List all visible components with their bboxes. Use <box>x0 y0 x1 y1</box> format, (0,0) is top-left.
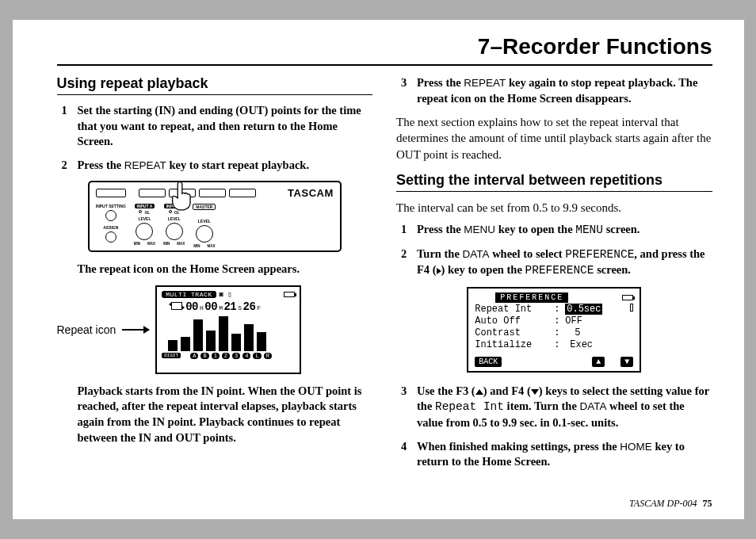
footer-model: TASCAM DP-004 <box>629 498 697 509</box>
key-label: DATA <box>579 400 606 412</box>
channel-chip: A <box>190 353 198 359</box>
after-lcd-note: Playback starts from the IN point. When … <box>57 384 373 445</box>
step-2: 2 Press the REPEAT key to start repeat p… <box>57 158 373 174</box>
text-fragment: wheel to select <box>490 247 566 260</box>
pref-key: Auto Off <box>475 315 554 327</box>
text-fragment: Turn the <box>417 247 462 260</box>
channel-chip: 3 <box>232 353 240 359</box>
screen-name: MENU <box>575 224 603 236</box>
brand-label: TASCAM <box>288 187 334 199</box>
channel-chip: L <box>253 353 261 359</box>
text-fragment: key to start repeat playback. <box>166 159 309 171</box>
intro-text: The interval can be set from 0.5 to 9.9 … <box>396 200 712 216</box>
text-fragment: ) and F4 ( <box>483 384 531 397</box>
unredo-button-icon <box>229 189 256 197</box>
down-icon <box>531 389 539 395</box>
text-fragment: Press the <box>78 159 124 171</box>
repeat-icon-label: Repeat icon <box>57 323 116 336</box>
pref-value: 5 <box>565 327 580 338</box>
step-1: 1 Set the starting (IN) and ending (OUT)… <box>57 103 373 150</box>
step-number: 2 <box>401 247 410 279</box>
text-fragment: key to open the <box>495 223 575 235</box>
repeat-icon <box>171 302 182 310</box>
left-column: Using repeat playback 1 Set the starting… <box>57 75 373 478</box>
device-top-row: TASCAM <box>96 187 334 199</box>
lcd-channels: DIGIT A B 1 2 3 4 L R <box>162 353 295 359</box>
preference-lcd: PREFERENCE Repeat Int:0.5sec Auto Off:OF… <box>467 287 641 373</box>
level-knob-icon <box>136 223 153 240</box>
pref-key: Contrast <box>475 327 554 338</box>
channel-chip: 1 <box>212 353 220 359</box>
section-heading-repeat: Using repeat playback <box>57 75 373 95</box>
interval-step-3: 3 Use the F3 () and F4 () keys to select… <box>396 384 712 431</box>
pref-key: Initialize <box>475 339 554 350</box>
step-text: Use the F3 () and F4 () keys to select t… <box>417 384 712 431</box>
recmode-button-icon <box>199 189 226 197</box>
pref-value-selected: 0.5sec <box>565 304 602 315</box>
section-heading-interval: Setting the interval between repetitions <box>396 172 712 192</box>
step-number: 1 <box>401 222 410 239</box>
channel-chip: B <box>200 353 208 359</box>
after-device-note: The repeat icon on the Home Screen appea… <box>57 262 373 277</box>
battery-icon <box>284 292 295 297</box>
level-knob-icon <box>166 223 183 240</box>
repeat-button-icon <box>139 189 166 197</box>
param-name: Repeat Int <box>435 400 504 413</box>
step-text: Press the REPEAT key to start repeat pla… <box>78 158 373 174</box>
key-label: MENU <box>464 224 495 235</box>
step-number: 1 <box>62 103 71 150</box>
scroll-indicator-icon <box>630 304 633 312</box>
interval-step-4: 4 When finished making settings, press t… <box>396 439 712 470</box>
lcd-timecode: 00H00M21S26F <box>171 300 295 313</box>
knob-icon <box>105 210 116 221</box>
text-fragment: When finished making settings, press the <box>417 440 620 453</box>
interval-step-2: 2 Turn the DATA wheel to select PREFEREN… <box>396 247 712 279</box>
text-fragment: Press the <box>417 76 464 89</box>
key-label: HOME <box>620 441 652 453</box>
step-number: 3 <box>401 384 410 431</box>
device-illustration: TASCAM INPUT SETTING ASSIGN INPUT A OL <box>88 181 342 252</box>
key-label: REPEAT <box>464 77 506 89</box>
level-meters <box>168 315 295 351</box>
screen-name: PREFERENCE <box>525 264 594 277</box>
step-text: Press the REPEAT key again to stop repea… <box>417 75 712 106</box>
up-icon <box>475 389 483 395</box>
text-fragment: item. Turn the <box>504 399 579 412</box>
input-b-section: INPUT B OL LEVEL MINMAX <box>163 204 185 246</box>
step-number: 4 <box>401 439 410 470</box>
lcd-mode: MULTI TRACK <box>162 291 216 298</box>
step-3: 3 Press the REPEAT key again to stop rep… <box>396 75 712 106</box>
pref-value: OFF <box>565 315 582 327</box>
key-label: REPEAT <box>124 159 166 171</box>
step-text: Turn the DATA wheel to select PREFERENCE… <box>417 247 712 279</box>
step-number: 3 <box>401 75 410 106</box>
text-fragment: screen. <box>594 263 631 276</box>
device-controls-row: INPUT SETTING ASSIGN INPUT A OL LEVEL MI… <box>96 204 334 248</box>
power-button-icon <box>96 189 126 197</box>
channel-chip: 2 <box>222 353 230 359</box>
interval-step-1: 1 Press the MENU key to open the MENU sc… <box>396 222 712 239</box>
note-text: Playback starts from the IN point. When … <box>78 384 373 445</box>
master-section: MASTER LEVEL MINMAX <box>193 204 216 248</box>
down-softkey-icon: ▼ <box>620 357 633 367</box>
page-number: 75 <box>703 498 712 509</box>
manual-page: 7–Recorder Functions Using repeat playba… <box>13 20 744 519</box>
knob-icon <box>105 231 116 243</box>
step-text: Press the MENU key to open the MENU scre… <box>417 222 712 239</box>
pref-key: Repeat Int <box>475 304 554 315</box>
channel-chip: R <box>264 353 272 359</box>
channel-chip: 4 <box>242 353 250 359</box>
page-footer: TASCAM DP-004 75 <box>629 498 712 510</box>
inout-button-icon <box>169 189 196 197</box>
text-fragment: Press the <box>417 223 464 235</box>
right-column: 3 Press the REPEAT key again to stop rep… <box>396 75 712 478</box>
back-softkey: BACK <box>475 357 502 367</box>
text-fragment: Use the F3 ( <box>417 384 475 397</box>
step-number: 2 <box>62 158 71 174</box>
screen-name: PREFERENCE <box>565 248 634 261</box>
battery-icon <box>622 295 633 300</box>
text-fragment: screen. <box>603 223 640 235</box>
text-fragment: ) key to open the <box>441 263 525 276</box>
content-columns: Using repeat playback 1 Set the starting… <box>57 75 712 478</box>
paragraph: The next section explains how to set the… <box>396 114 712 162</box>
